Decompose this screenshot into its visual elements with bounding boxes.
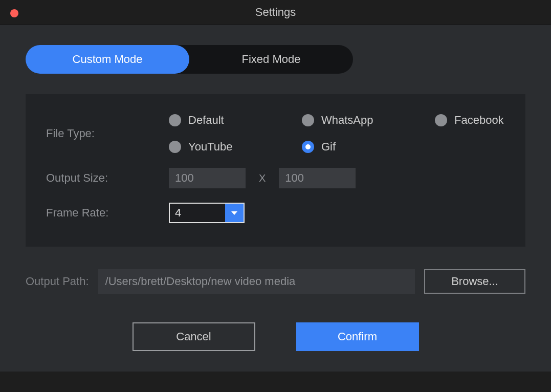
radio-icon: [169, 114, 181, 126]
radio-label: Default: [188, 114, 224, 127]
frame-rate-input[interactable]: [170, 204, 225, 222]
titlebar: Settings: [0, 0, 551, 25]
browse-button[interactable]: Browse...: [424, 269, 525, 294]
file-type-label: File Type:: [46, 127, 169, 140]
file-type-options: Default WhatsApp Facebook YouTube Gif: [169, 114, 505, 154]
radio-icon: [435, 114, 447, 126]
mode-tabs: Custom Mode Fixed Mode: [26, 45, 353, 74]
radio-youtube[interactable]: YouTube: [169, 140, 302, 154]
cancel-label: Cancel: [176, 330, 211, 343]
radio-icon-selected: [302, 141, 314, 153]
frame-rate-label: Frame Rate:: [46, 206, 169, 220]
tab-fixed-mode[interactable]: Fixed Mode: [189, 45, 353, 74]
action-buttons: Cancel Confirm: [26, 322, 525, 351]
tab-custom-label: Custom Mode: [73, 53, 143, 66]
output-size-row: Output Size: X: [46, 168, 505, 188]
radio-facebook[interactable]: Facebook: [435, 114, 505, 127]
output-height-input[interactable]: [279, 168, 356, 188]
dimension-separator: X: [259, 172, 266, 184]
close-icon[interactable]: [10, 9, 18, 17]
confirm-button[interactable]: Confirm: [296, 322, 419, 351]
output-path-label: Output Path:: [26, 275, 89, 288]
confirm-label: Confirm: [338, 330, 377, 343]
radio-label: WhatsApp: [321, 114, 373, 127]
radio-default[interactable]: Default: [169, 114, 302, 127]
radio-gif[interactable]: Gif: [302, 140, 435, 154]
radio-label: YouTube: [188, 140, 232, 154]
output-path-input[interactable]: [98, 269, 415, 294]
output-path-row: Output Path: Browse...: [26, 269, 525, 294]
output-size-label: Output Size:: [46, 171, 169, 185]
window-title: Settings: [255, 6, 296, 19]
tab-fixed-label: Fixed Mode: [242, 53, 301, 66]
file-type-row: File Type: Default WhatsApp Facebook You…: [46, 114, 505, 154]
frame-rate-dropdown-button[interactable]: [225, 204, 244, 222]
chevron-down-icon: [231, 211, 237, 215]
frame-rate-select[interactable]: [169, 203, 245, 223]
radio-label: Facebook: [454, 114, 504, 127]
radio-icon: [169, 141, 181, 153]
settings-panel: File Type: Default WhatsApp Facebook You…: [26, 94, 525, 247]
radio-whatsapp[interactable]: WhatsApp: [302, 114, 435, 127]
frame-rate-row: Frame Rate:: [46, 203, 505, 223]
output-width-input[interactable]: [169, 168, 246, 188]
radio-icon: [302, 114, 314, 126]
tab-custom-mode[interactable]: Custom Mode: [26, 45, 189, 74]
browse-label: Browse...: [451, 275, 498, 288]
content-area: Custom Mode Fixed Mode File Type: Defaul…: [0, 25, 551, 372]
cancel-button[interactable]: Cancel: [133, 322, 255, 351]
radio-label: Gif: [321, 140, 336, 154]
